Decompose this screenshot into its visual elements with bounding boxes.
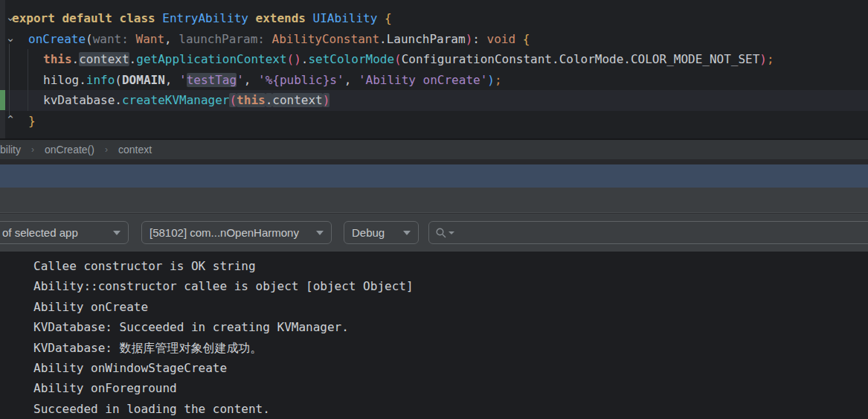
code-token: . xyxy=(115,93,122,107)
code-token: { xyxy=(385,11,392,25)
code-token: ' xyxy=(179,73,187,87)
search-icon xyxy=(435,227,447,239)
code-token: , xyxy=(165,73,179,87)
code-token: export default class xyxy=(12,11,162,25)
dropdown-log-source[interactable]: of selected app xyxy=(0,221,129,244)
code-token: ( xyxy=(229,93,237,107)
code-token: launchParam xyxy=(179,32,257,46)
dropdown-log-level-label: Debug xyxy=(352,226,385,239)
code-token: this xyxy=(43,52,72,66)
log-search-box[interactable] xyxy=(428,221,868,244)
code-token: AbilityConstant xyxy=(272,32,380,46)
code-token: onCreate xyxy=(28,32,86,46)
code-token: ; xyxy=(767,52,774,66)
log-line[interactable]: Ability onCreate xyxy=(33,297,148,317)
code-token: , xyxy=(164,32,179,46)
code-token: extends xyxy=(256,11,313,25)
breadcrumb-item[interactable]: bility xyxy=(0,144,21,156)
code-token: testTag xyxy=(187,73,237,87)
code-line[interactable]: hilog.info(DOMAIN, 'testTag', '%{public}… xyxy=(0,70,868,91)
code-editor[interactable]: ⌄⌄⌃ export default class EntryAbility ex… xyxy=(0,0,868,139)
log-line[interactable]: Ability onWindowStageCreate xyxy=(33,358,227,378)
code-token: . xyxy=(79,73,86,87)
code-line[interactable]: this.context.getApplicationContext().set… xyxy=(0,49,868,70)
code-token: ConfigurationConstant xyxy=(402,52,552,66)
code-token: } xyxy=(28,114,36,128)
code-token: , xyxy=(244,73,258,87)
log-line[interactable]: Callee constructor is OK string xyxy=(33,256,256,276)
panel-divider xyxy=(0,159,868,164)
code-token: ( xyxy=(394,52,402,66)
code-token: . xyxy=(129,52,137,66)
code-token: hilog xyxy=(43,73,79,87)
code-token: ( xyxy=(115,73,122,87)
code-token: LaunchParam xyxy=(387,32,466,46)
code-token: kvDatabase xyxy=(43,93,115,107)
chevron-down-icon xyxy=(113,231,120,235)
code-token: 'Ability onCreate' xyxy=(359,73,487,87)
code-token: ' xyxy=(237,73,244,87)
code-token: '%{public}s' xyxy=(258,73,344,87)
log-search-input[interactable] xyxy=(456,226,868,240)
breadcrumb-item[interactable]: context xyxy=(118,144,152,156)
log-line[interactable]: Ability::constructor callee is object [o… xyxy=(33,276,414,296)
code-token: want xyxy=(93,32,122,46)
code-token: EntryAbility xyxy=(162,11,255,25)
dropdown-log-level[interactable]: Debug xyxy=(344,221,419,244)
code-token: info xyxy=(86,73,115,87)
search-history-chevron-icon xyxy=(449,231,454,234)
code-token: getApplicationContext xyxy=(136,52,286,66)
code-line[interactable]: kvDatabase.createKVManager(this.context) xyxy=(0,90,868,111)
header-separator-shadow xyxy=(0,213,868,214)
code-token: () xyxy=(287,52,301,66)
log-line[interactable]: Succeeded in loading the content. xyxy=(33,399,270,419)
log-line[interactable]: Ability onForeground xyxy=(33,378,177,398)
breadcrumb-item[interactable]: onCreate() xyxy=(45,144,94,156)
code-token: ; xyxy=(495,73,502,87)
dropdown-log-source-label: of selected app xyxy=(2,226,78,239)
code-token: . xyxy=(266,93,273,107)
code-token: createKVManager xyxy=(122,93,230,107)
log-line[interactable]: KVDatabase: Succeeded in creating KVMana… xyxy=(33,317,349,337)
code-token: ) xyxy=(487,73,495,87)
code-line[interactable]: } xyxy=(0,111,868,132)
code-token: . xyxy=(379,32,387,46)
code-token: COLOR_MODE_NOT_SET xyxy=(631,52,759,66)
dropdown-process-label: [58102] com...nOpenHarmony xyxy=(150,226,299,239)
log-output[interactable]: Callee constructor is OK stringAbility::… xyxy=(0,252,868,419)
code-token: ) xyxy=(759,52,767,66)
code-token: ) xyxy=(323,93,330,107)
breadcrumb-separator-icon: › xyxy=(31,144,34,155)
log-line[interactable]: KVDatabase: 数据库管理对象创建成功。 xyxy=(33,338,263,358)
code-token: : xyxy=(121,32,135,46)
code-token: setColorMode xyxy=(308,52,394,66)
code-token: : xyxy=(257,32,271,46)
code-token: DOMAIN xyxy=(122,73,165,87)
code-line[interactable]: export default class EntryAbility extend… xyxy=(0,8,868,29)
code-token: void xyxy=(487,32,516,46)
chevron-down-icon xyxy=(403,231,411,235)
app-window: ⌄⌄⌃ export default class EntryAbility ex… xyxy=(0,0,868,419)
code-token: . xyxy=(552,52,559,66)
code-token: ColorMode xyxy=(559,52,624,66)
breadcrumb-separator-icon: › xyxy=(105,144,108,155)
code-token: ( xyxy=(86,32,93,46)
code-token: context xyxy=(272,93,322,107)
code-token: ) xyxy=(466,32,473,46)
chevron-down-icon xyxy=(316,231,324,235)
highlighted-band xyxy=(0,164,868,188)
code-token: { xyxy=(515,32,530,46)
code-token: . xyxy=(301,52,309,66)
code-token: . xyxy=(623,52,631,66)
code-token: context xyxy=(79,52,129,66)
breadcrumb: bility›onCreate()›context xyxy=(0,140,868,159)
code-token: : xyxy=(472,32,486,46)
code-token: this xyxy=(237,93,266,107)
code-token: , xyxy=(344,73,359,87)
code-token: . xyxy=(72,52,80,66)
code-token: Want xyxy=(136,32,165,46)
dropdown-process[interactable]: [58102] com...nOpenHarmony xyxy=(141,221,332,244)
code-token: UIAbility xyxy=(313,11,385,25)
code-line[interactable]: onCreate(want: Want, launchParam: Abilit… xyxy=(0,29,868,50)
